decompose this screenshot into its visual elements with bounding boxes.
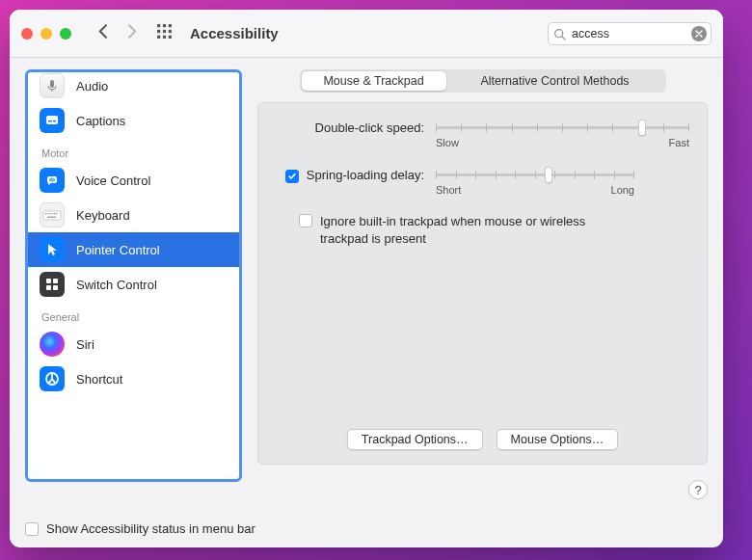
svg-rect-15 bbox=[53, 120, 56, 121]
double-click-knob[interactable] bbox=[638, 120, 646, 136]
search-field-wrap bbox=[548, 22, 712, 45]
search-input[interactable] bbox=[548, 22, 712, 45]
show-menu-bar-checkbox[interactable] bbox=[25, 522, 39, 536]
sidebar-item-siri[interactable]: Siri bbox=[28, 327, 239, 361]
clear-search-button[interactable] bbox=[691, 26, 707, 41]
svg-rect-28 bbox=[53, 279, 58, 283]
sidebar-item-label: Audio bbox=[76, 79, 108, 93]
mouse-options-button[interactable]: Mouse Options… bbox=[497, 429, 619, 450]
sidebar-item-label: Voice Control bbox=[76, 173, 150, 188]
sidebar-item-captions[interactable]: Captions bbox=[28, 103, 239, 138]
svg-rect-29 bbox=[46, 285, 51, 290]
siri-icon bbox=[40, 332, 65, 357]
sidebar-item-audio[interactable]: Audio bbox=[28, 72, 239, 103]
sidebar-item-label: Switch Control bbox=[76, 278, 157, 292]
sidebar-item-voice-control[interactable]: Voice Control bbox=[28, 163, 239, 198]
switch-control-icon bbox=[40, 272, 65, 297]
svg-rect-2 bbox=[169, 24, 172, 27]
spring-min-label: Short bbox=[436, 184, 461, 196]
close-window-button[interactable] bbox=[21, 28, 33, 40]
sidebar-item-label: Siri bbox=[76, 337, 94, 352]
sidebar-item-shortcut[interactable]: Shortcut bbox=[28, 361, 239, 396]
content-area: Audio Captions Motor Voice Control bbox=[10, 58, 723, 509]
show-all-button[interactable] bbox=[156, 23, 173, 43]
svg-rect-7 bbox=[163, 36, 166, 39]
voice-control-icon bbox=[40, 168, 65, 193]
svg-rect-27 bbox=[46, 279, 51, 283]
svg-point-9 bbox=[555, 29, 563, 37]
tab-bar: Mouse & Trackpad Alternative Control Met… bbox=[300, 69, 666, 93]
footer: Show Accessibility status in menu bar bbox=[10, 509, 723, 547]
svg-rect-30 bbox=[53, 285, 58, 290]
tab-mouse-trackpad[interactable]: Mouse & Trackpad bbox=[302, 71, 446, 91]
svg-rect-23 bbox=[52, 213, 53, 214]
sidebar-item-label: Keyboard bbox=[76, 208, 130, 223]
svg-rect-1 bbox=[163, 24, 166, 27]
svg-rect-11 bbox=[50, 80, 54, 88]
svg-rect-6 bbox=[157, 36, 160, 39]
svg-rect-22 bbox=[49, 213, 50, 214]
help-button[interactable]: ? bbox=[688, 480, 708, 499]
sidebar-item-pointer-control[interactable]: Pointer Control bbox=[28, 232, 239, 267]
audio-icon bbox=[40, 73, 65, 98]
sidebar-item-label: Pointer Control bbox=[76, 243, 160, 257]
svg-rect-14 bbox=[48, 120, 52, 121]
svg-rect-8 bbox=[169, 36, 172, 39]
preferences-window: Accessibility Audio bbox=[10, 10, 723, 547]
svg-rect-13 bbox=[46, 116, 58, 124]
zoom-window-button[interactable] bbox=[60, 28, 71, 40]
svg-rect-3 bbox=[157, 30, 160, 33]
svg-rect-26 bbox=[47, 217, 56, 218]
ignore-trackpad-row: Ignore built-in trackpad when mouse or w… bbox=[299, 213, 689, 247]
tab-alternative-control[interactable]: Alternative Control Methods bbox=[446, 71, 664, 91]
double-click-max-label: Fast bbox=[669, 137, 689, 148]
back-button[interactable] bbox=[96, 24, 111, 42]
svg-rect-20 bbox=[45, 213, 46, 214]
sidebar-section-motor: Motor bbox=[28, 138, 239, 163]
spring-loading-checkbox[interactable] bbox=[285, 170, 299, 183]
pointer-control-icon bbox=[40, 237, 65, 262]
nav-buttons bbox=[96, 24, 139, 42]
svg-rect-5 bbox=[169, 30, 172, 33]
keyboard-icon bbox=[40, 202, 65, 227]
show-menu-bar-label: Show Accessibility status in menu bar bbox=[46, 521, 255, 536]
spring-loading-label: Spring-loading delay: bbox=[299, 168, 436, 182]
pane-buttons: Trackpad Options… Mouse Options… bbox=[258, 429, 707, 450]
svg-rect-19 bbox=[43, 211, 61, 220]
minimize-window-button[interactable] bbox=[40, 28, 52, 40]
titlebar: Accessibility bbox=[10, 10, 723, 58]
svg-rect-0 bbox=[157, 24, 160, 27]
ignore-trackpad-checkbox[interactable] bbox=[299, 214, 312, 227]
ignore-trackpad-label: Ignore built-in trackpad when mouse or w… bbox=[320, 213, 629, 247]
svg-rect-21 bbox=[47, 213, 48, 214]
captions-icon bbox=[40, 108, 65, 133]
spring-loading-knob[interactable] bbox=[545, 167, 552, 183]
search-icon bbox=[553, 27, 566, 44]
sidebar-item-label: Captions bbox=[76, 114, 125, 128]
sidebar: Audio Captions Motor Voice Control bbox=[25, 69, 242, 482]
double-click-row: Double-click speed: Slow Fast bbox=[276, 120, 689, 148]
sidebar-item-switch-control[interactable]: Switch Control bbox=[28, 267, 239, 302]
svg-rect-4 bbox=[163, 30, 166, 33]
spring-loading-row: Spring-loading delay: Short Long bbox=[276, 168, 689, 196]
double-click-min-label: Slow bbox=[436, 137, 459, 148]
forward-button[interactable] bbox=[124, 24, 139, 42]
window-controls bbox=[21, 28, 71, 40]
window-title: Accessibility bbox=[190, 25, 279, 41]
double-click-slider[interactable]: Slow Fast bbox=[436, 120, 689, 148]
spring-loading-slider[interactable]: Short Long bbox=[436, 168, 634, 196]
settings-pane: Double-click speed: Slow Fast bbox=[257, 102, 708, 465]
svg-line-10 bbox=[562, 36, 565, 39]
sidebar-item-keyboard[interactable]: Keyboard bbox=[28, 198, 239, 232]
sidebar-section-general: General bbox=[28, 302, 239, 327]
sidebar-item-label: Shortcut bbox=[76, 372, 122, 387]
double-click-label: Double-click speed: bbox=[276, 120, 436, 135]
svg-rect-24 bbox=[54, 213, 55, 214]
trackpad-options-button[interactable]: Trackpad Options… bbox=[347, 429, 483, 450]
spring-max-label: Long bbox=[611, 184, 634, 196]
shortcut-icon bbox=[40, 366, 65, 391]
main-panel: Mouse & Trackpad Alternative Control Met… bbox=[257, 69, 708, 509]
svg-rect-25 bbox=[56, 213, 57, 214]
